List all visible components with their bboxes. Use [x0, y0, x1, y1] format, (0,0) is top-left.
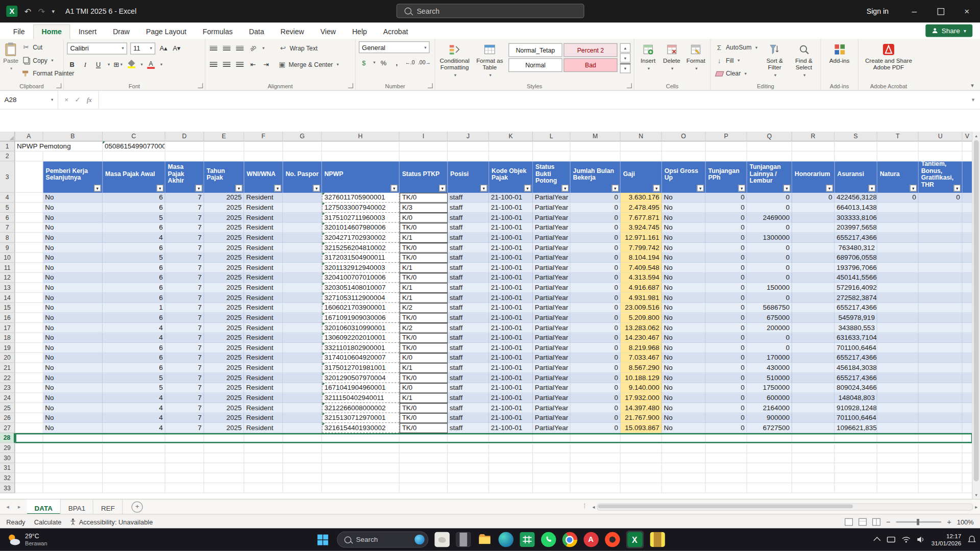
cell-T21[interactable]: [877, 363, 919, 373]
cell-Q5[interactable]: 0: [747, 203, 792, 213]
cell-P31[interactable]: [706, 463, 747, 473]
row-header-2[interactable]: 2: [0, 152, 15, 162]
cell-P19[interactable]: 0: [706, 343, 747, 353]
cell-T9[interactable]: [877, 243, 919, 253]
number-dialog-launcher-icon[interactable]: [428, 83, 433, 88]
cell-J24[interactable]: staff: [448, 393, 489, 403]
expand-formula-bar-icon[interactable]: ▾: [966, 90, 980, 109]
cell-U31[interactable]: [919, 463, 963, 473]
cell-I13[interactable]: K/1: [400, 283, 448, 293]
cell-A8[interactable]: [15, 233, 43, 243]
new-sheet-button[interactable]: +: [132, 502, 143, 513]
cell-C16[interactable]: 6: [103, 313, 165, 323]
cell-C2[interactable]: [103, 152, 165, 162]
cell-K21[interactable]: 21-100-01: [489, 363, 533, 373]
cell-P32[interactable]: [706, 473, 747, 483]
cell-U28[interactable]: [919, 433, 963, 443]
cell-O24[interactable]: No: [662, 393, 706, 403]
cell-C8[interactable]: 4: [103, 233, 165, 243]
wrap-text-button[interactable]: ↩Wrap Text: [278, 42, 319, 54]
cell-V15[interactable]: [963, 303, 973, 313]
cell-F25[interactable]: Resident: [244, 403, 283, 413]
cell-J18[interactable]: staff: [448, 333, 489, 343]
cell-D27[interactable]: 7: [165, 423, 204, 433]
cell-H21[interactable]: 3175012701981001: [322, 363, 400, 373]
cell-D7[interactable]: 7: [165, 223, 204, 233]
cell-K6[interactable]: 21-100-01: [489, 213, 533, 223]
percent-style-button[interactable]: %: [379, 57, 389, 68]
cell-G32[interactable]: [283, 473, 322, 483]
cell-C21[interactable]: 6: [103, 363, 165, 373]
cell-R13[interactable]: [792, 283, 835, 293]
table-header-opsi-gross-up[interactable]: Opsi Gross Up▾: [662, 162, 706, 193]
cell-K29[interactable]: [489, 443, 533, 454]
cell-U27[interactable]: [919, 423, 963, 433]
cell-Q30[interactable]: [747, 453, 792, 463]
filter-dropdown-icon[interactable]: ▾: [195, 185, 202, 191]
cell-R20[interactable]: [792, 353, 835, 363]
column-header-p[interactable]: P: [706, 132, 747, 142]
column-header-f[interactable]: F: [244, 132, 283, 142]
cell-U20[interactable]: [919, 353, 963, 363]
cell-H8[interactable]: 3204271702930002: [322, 233, 400, 243]
cell-C30[interactable]: [103, 453, 165, 463]
cell-F29[interactable]: [244, 443, 283, 454]
table-header-posisi[interactable]: Posisi▾: [448, 162, 489, 193]
cell-G24[interactable]: [283, 393, 322, 403]
cell-P23[interactable]: 0: [706, 383, 747, 393]
column-header-e[interactable]: E: [204, 132, 244, 142]
cell-N12[interactable]: 4.313.594: [621, 273, 662, 283]
cell-O15[interactable]: No: [662, 303, 706, 313]
number-format-select[interactable]: General▾: [359, 41, 430, 53]
cell-R31[interactable]: [792, 463, 835, 473]
cell-A12[interactable]: [15, 273, 43, 283]
maximize-button[interactable]: [927, 0, 954, 22]
cell-A13[interactable]: [15, 283, 43, 293]
cell-G20[interactable]: [283, 353, 322, 363]
cell-U33[interactable]: [919, 483, 963, 493]
alignment-dialog-launcher-icon[interactable]: [348, 83, 353, 88]
cell-E1[interactable]: [204, 141, 244, 152]
cell-I17[interactable]: K/2: [400, 323, 448, 333]
table-header-kode-objek-pajak[interactable]: Kode Objek Pajak▾: [489, 162, 533, 193]
cell-V23[interactable]: [963, 383, 973, 393]
minimize-button[interactable]: –: [901, 0, 927, 22]
cell-S6[interactable]: 303333,8106: [835, 213, 877, 223]
cell-E25[interactable]: 2025: [204, 403, 244, 413]
cell-C12[interactable]: 6: [103, 273, 165, 283]
filter-dropdown-icon[interactable]: ▾: [653, 185, 660, 191]
cell-L14[interactable]: PartialYear: [533, 293, 571, 303]
cell-U12[interactable]: [919, 273, 963, 283]
table-header-asuransi[interactable]: Asuransi▾: [835, 162, 877, 193]
cell-U19[interactable]: [919, 343, 963, 353]
cell-F27[interactable]: Resident: [244, 423, 283, 433]
cell-U16[interactable]: [919, 313, 963, 323]
sign-in-button[interactable]: Sign in: [867, 8, 889, 15]
cell-O1[interactable]: [662, 141, 706, 152]
cell-I27[interactable]: TK/0: [400, 423, 448, 433]
cell-I30[interactable]: [400, 453, 448, 463]
row-header-11[interactable]: 11: [0, 263, 15, 273]
cell-D19[interactable]: 7: [165, 343, 204, 353]
cell-T8[interactable]: [877, 233, 919, 243]
cell-F5[interactable]: Resident: [244, 203, 283, 213]
cell-F6[interactable]: Resident: [244, 213, 283, 223]
cell-A15[interactable]: [15, 303, 43, 313]
cell-C9[interactable]: 6: [103, 243, 165, 253]
cell-F12[interactable]: Resident: [244, 273, 283, 283]
sort-filter-button[interactable]: Sort & Filter ▾: [761, 41, 788, 80]
cell-H11[interactable]: 3201132912940003: [322, 263, 400, 273]
cell-G6[interactable]: [283, 213, 322, 223]
cell-P16[interactable]: 0: [706, 313, 747, 323]
filter-dropdown-icon[interactable]: ▾: [235, 185, 242, 191]
cell-A19[interactable]: [15, 343, 43, 353]
cell-P18[interactable]: 0: [706, 333, 747, 343]
cell-G22[interactable]: [283, 373, 322, 383]
cell-I12[interactable]: TK/0: [400, 273, 448, 283]
cell-L26[interactable]: PartialYear: [533, 413, 571, 423]
cell-L15[interactable]: PartialYear: [533, 303, 571, 313]
cell-N33[interactable]: [621, 483, 662, 493]
cell-V3[interactable]: [963, 162, 973, 193]
cell-N23[interactable]: 9.140.000: [621, 383, 662, 393]
cell-O21[interactable]: No: [662, 363, 706, 373]
